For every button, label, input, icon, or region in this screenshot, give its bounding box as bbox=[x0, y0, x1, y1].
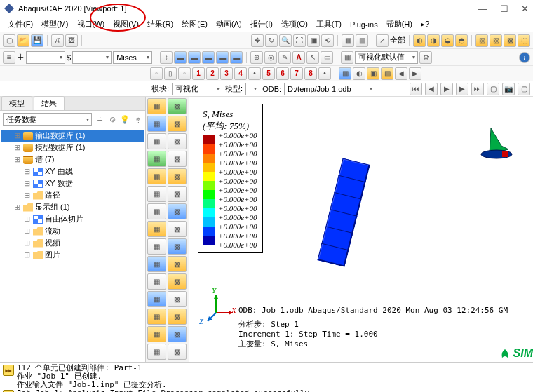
tb-vi2[interactable]: ▯ bbox=[164, 67, 177, 80]
tb-num7[interactable]: 7 bbox=[290, 67, 303, 80]
frame-last[interactable]: ⏭ bbox=[471, 83, 484, 95]
tb-dot1[interactable]: • bbox=[248, 67, 261, 80]
toolbox-btn[interactable]: ▦ bbox=[147, 168, 166, 184]
tb-v1[interactable]: ↕ bbox=[160, 51, 173, 64]
tb-image[interactable]: 🖼 bbox=[65, 34, 78, 47]
tb-num4[interactable]: 4 bbox=[234, 67, 247, 80]
tb-open[interactable]: 📂 bbox=[17, 34, 29, 47]
graphics-viewport[interactable]: S, Mises (平均: 75%) +0.000e+00+0.000e+00+… bbox=[189, 97, 533, 362]
tree-node[interactable]: ⊞谱 (7) bbox=[1, 154, 144, 165]
tb-dot2[interactable]: • bbox=[318, 67, 331, 80]
toolbox-btn[interactable]: ▦ bbox=[147, 344, 166, 360]
tb-grid2[interactable]: ▤ bbox=[356, 34, 368, 47]
tb-arrow[interactable]: ↗ bbox=[376, 34, 389, 47]
toolbox-btn[interactable]: ▩ bbox=[168, 98, 187, 114]
menu-view[interactable]: 视图(V) bbox=[109, 18, 142, 31]
tb-pan[interactable]: ✥ bbox=[251, 34, 264, 47]
tb-vi1[interactable]: ▫ bbox=[150, 67, 163, 80]
toolbox-btn[interactable]: ▩ bbox=[168, 133, 187, 149]
toolbox-btn[interactable]: ▩ bbox=[168, 273, 187, 290]
render-style-combo[interactable]: 可视化默认值 bbox=[355, 51, 418, 64]
toolbox-btn[interactable]: ▦ bbox=[147, 238, 166, 255]
module-combo[interactable]: 可视化 bbox=[172, 83, 222, 95]
menu-viewport[interactable]: 视口(W) bbox=[74, 18, 109, 31]
menu-whatsthis[interactable]: ▸? bbox=[417, 18, 433, 30]
toolbox-btn[interactable]: ▩ bbox=[168, 309, 187, 325]
tb-v4[interactable]: ▬ bbox=[202, 51, 215, 64]
tree-node[interactable]: ⊞路径 bbox=[1, 189, 144, 201]
mises-combo[interactable]: Mises bbox=[113, 51, 152, 64]
toolbox-btn[interactable]: ▦ bbox=[147, 203, 166, 219]
tree-node[interactable]: ⊞输出数据库 (1) bbox=[1, 130, 144, 142]
tb-num3[interactable]: 3 bbox=[220, 67, 233, 80]
toolbox-btn[interactable]: ▩ bbox=[168, 344, 187, 360]
tb-sh1[interactable]: ▣ bbox=[367, 67, 379, 80]
toolbox-btn[interactable]: ▦ bbox=[147, 256, 166, 272]
tb-ar2[interactable]: ▶ bbox=[409, 67, 421, 80]
menu-result[interactable]: 结果(R) bbox=[144, 18, 177, 31]
tb-zoomwin[interactable]: ⛶ bbox=[293, 34, 306, 47]
toolbox-btn[interactable]: ▩ bbox=[168, 203, 187, 219]
toolbox-btn[interactable]: ▦ bbox=[147, 116, 166, 132]
tb-annot-a[interactable]: A bbox=[292, 51, 305, 64]
menu-model[interactable]: 模型(M) bbox=[38, 18, 72, 31]
tb-v6[interactable]: ▬ bbox=[230, 51, 243, 64]
tree-node[interactable]: ⊞显示组 (1) bbox=[1, 201, 144, 213]
task-settings-icon[interactable]: ೄ bbox=[133, 114, 142, 124]
tab-model[interactable]: 模型 bbox=[1, 96, 32, 110]
task-data-combo[interactable]: 任务数据 bbox=[3, 113, 92, 126]
toolbox-btn[interactable]: ▦ bbox=[147, 291, 166, 307]
menu-plot[interactable]: 绘图(E) bbox=[178, 18, 211, 31]
tb-pick1[interactable]: ◐ bbox=[413, 34, 426, 47]
menu-file[interactable]: 文件(F) bbox=[4, 18, 36, 31]
toolbox-btn[interactable]: ▩ bbox=[168, 168, 187, 184]
toolbox-btn[interactable]: ▩ bbox=[168, 151, 187, 167]
menu-report[interactable]: 报告(I) bbox=[247, 18, 276, 31]
frame-play[interactable]: ▶ bbox=[440, 83, 453, 95]
menu-help[interactable]: 帮助(H) bbox=[383, 18, 416, 31]
tb-sh2[interactable]: ▤ bbox=[381, 67, 393, 80]
menu-tools[interactable]: 工具(T) bbox=[313, 18, 345, 31]
toolbox-btn[interactable]: ▦ bbox=[147, 98, 166, 114]
toolbox-btn[interactable]: ▩ bbox=[168, 326, 187, 342]
menu-options[interactable]: 选项(O) bbox=[278, 18, 311, 31]
task-filter-icon[interactable]: ≑ bbox=[95, 114, 104, 124]
toolbox-btn[interactable]: ▦ bbox=[147, 221, 166, 237]
tb-vi3[interactable]: ▫ bbox=[178, 67, 191, 80]
odb-combo[interactable]: D:/temp/Job-1.odb bbox=[284, 83, 375, 95]
toolbox-btn[interactable]: ▦ bbox=[147, 326, 166, 342]
tb-cycle[interactable]: ⟲ bbox=[321, 34, 334, 47]
frame-prev[interactable]: ◀ bbox=[425, 83, 438, 95]
model-combo[interactable] bbox=[245, 83, 259, 95]
tb-num1[interactable]: 1 bbox=[192, 67, 205, 80]
close-button[interactable]: ✕ bbox=[521, 4, 529, 14]
tb-box1[interactable]: ▧ bbox=[475, 34, 488, 47]
tb-q1[interactable]: ⊕ bbox=[250, 51, 263, 64]
tb-cursor[interactable]: ↖ bbox=[306, 51, 319, 64]
toolbox-btn[interactable]: ▦ bbox=[147, 186, 166, 202]
tree-node[interactable]: ⊞图片 bbox=[1, 249, 144, 261]
tb-field[interactable]: ≡ bbox=[3, 51, 15, 64]
menu-animate[interactable]: 动画(A) bbox=[212, 18, 245, 31]
task-target-icon[interactable]: ⊚ bbox=[107, 114, 117, 124]
tb-pick2[interactable]: ◑ bbox=[427, 34, 440, 47]
tb-save[interactable]: 💾 bbox=[31, 34, 43, 47]
tb-num8[interactable]: 8 bbox=[304, 67, 317, 80]
tb-v3[interactable]: ▬ bbox=[188, 51, 201, 64]
tb-spec[interactable]: ◐ bbox=[353, 67, 365, 80]
tb-fit[interactable]: ▣ bbox=[307, 34, 320, 47]
tree-node[interactable]: ⊞XY 数据 bbox=[1, 177, 144, 189]
tree-node[interactable]: ⊞自由体切片 bbox=[1, 213, 144, 225]
tab-results[interactable]: 结果 bbox=[34, 96, 65, 110]
tb-num2[interactable]: 2 bbox=[206, 67, 219, 80]
info-button[interactable]: i bbox=[519, 52, 530, 63]
toolbox-btn[interactable]: ▩ bbox=[168, 116, 187, 132]
toolbox-btn[interactable]: ▦ bbox=[147, 133, 166, 149]
tb-pick3[interactable]: ◒ bbox=[441, 34, 454, 47]
tb-rotate[interactable]: ↻ bbox=[265, 34, 278, 47]
tb-sel[interactable]: ▭ bbox=[321, 51, 333, 64]
tb-print[interactable]: 🖨 bbox=[51, 34, 64, 47]
tb-zoom[interactable]: 🔍 bbox=[279, 34, 292, 47]
tb-q2[interactable]: ◎ bbox=[264, 51, 277, 64]
toolbox-btn[interactable]: ▩ bbox=[168, 291, 187, 307]
